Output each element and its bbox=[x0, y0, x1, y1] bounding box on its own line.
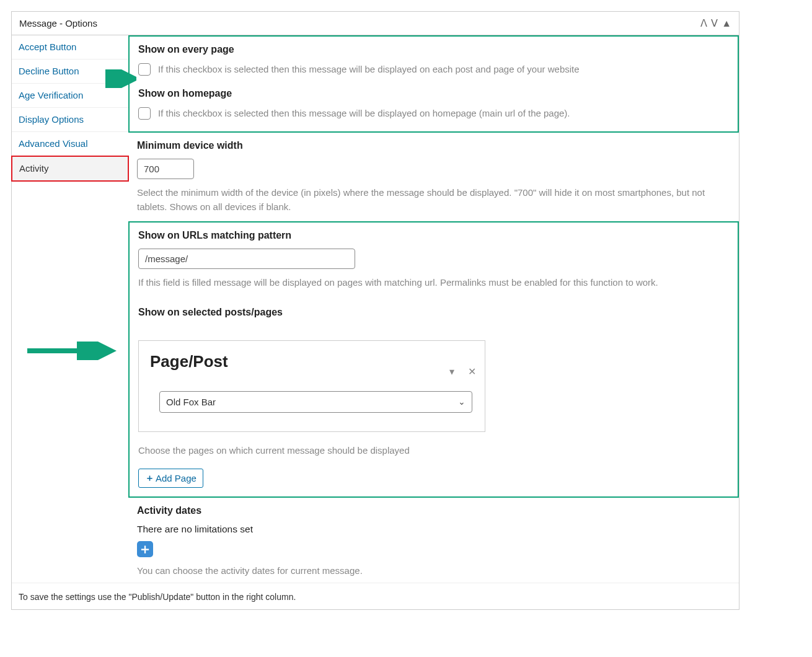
chevron-down-icon[interactable]: ᐯ bbox=[711, 17, 718, 29]
add-page-label: Add Page bbox=[156, 473, 196, 483]
every-page-help: If this checkbox is selected then this m… bbox=[158, 63, 580, 77]
options-panel: Message - Options ᐱ ᐯ ▲ Accept Button De… bbox=[11, 11, 739, 610]
chevron-up-icon[interactable]: ᐱ bbox=[700, 17, 707, 29]
section-heading-every-page: Show on every page bbox=[138, 44, 729, 55]
sidebar-item-decline-button[interactable]: Decline Button bbox=[12, 60, 128, 84]
every-page-row: If this checkbox is selected then this m… bbox=[138, 63, 729, 77]
content-area: Show on every page If this checkbox is s… bbox=[128, 35, 739, 583]
url-pattern-help: If this field is filled message will be … bbox=[138, 275, 715, 289]
homepage-checkbox[interactable] bbox=[138, 107, 151, 120]
add-page-button[interactable]: ＋ Add Page bbox=[138, 469, 203, 488]
activity-dates-help: You can choose the activity dates for cu… bbox=[137, 563, 713, 578]
activity-dates-block: Activity dates There are no limitations … bbox=[128, 498, 739, 583]
every-page-checkbox[interactable] bbox=[138, 63, 151, 76]
panel-title: Message - Options bbox=[19, 18, 97, 29]
panel-header-controls: ᐱ ᐯ ▲ bbox=[700, 17, 731, 29]
sidebar-item-advanced-visual[interactable]: Advanced Visual bbox=[12, 132, 128, 156]
min-width-block: Minimum device width Select the minimum … bbox=[128, 133, 739, 219]
chevron-down-icon: ⌄ bbox=[458, 397, 466, 407]
selected-pages-help: Choose the pages on which current messag… bbox=[138, 443, 715, 457]
section-heading-homepage: Show on homepage bbox=[138, 88, 729, 99]
homepage-row: If this checkbox is selected then this m… bbox=[138, 107, 729, 121]
homepage-help: If this checkbox is selected then this m… bbox=[158, 107, 570, 121]
page-post-select-wrap: Old Fox Bar ⌄ bbox=[150, 391, 474, 413]
activity-dates-status: There are no limitations set bbox=[137, 524, 730, 535]
section-heading-min-width: Minimum device width bbox=[137, 140, 730, 151]
sidebar-item-accept-button[interactable]: Accept Button bbox=[12, 35, 128, 60]
page-post-controls: ▾ ✕ bbox=[449, 366, 476, 377]
url-pattern-input[interactable] bbox=[138, 249, 355, 269]
sidebar: Accept Button Decline Button Age Verific… bbox=[12, 35, 128, 583]
show-options-highlight-box: Show on every page If this checkbox is s… bbox=[128, 35, 739, 133]
section-heading-selected-pages: Show on selected posts/pages bbox=[138, 307, 729, 318]
section-heading-activity-dates: Activity dates bbox=[137, 505, 730, 516]
section-heading-url-pattern: Show on URLs matching pattern bbox=[138, 230, 729, 241]
footer-note: To save the settings use the "Publish/Up… bbox=[12, 583, 739, 609]
plus-icon: ＋ bbox=[145, 472, 154, 484]
page-post-select[interactable]: Old Fox Bar ⌄ bbox=[159, 391, 472, 413]
page-post-select-value: Old Fox Bar bbox=[166, 397, 216, 407]
triangle-up-icon[interactable]: ▲ bbox=[722, 18, 731, 29]
url-pages-highlight-box: Show on URLs matching pattern If this fi… bbox=[128, 221, 739, 498]
add-activity-date-button[interactable]: ＋ bbox=[137, 541, 153, 557]
triangle-down-icon[interactable]: ▾ bbox=[449, 366, 454, 377]
page-post-card: Page/Post ▾ ✕ Old Fox Bar ⌄ bbox=[138, 340, 485, 432]
page-post-title: Page/Post bbox=[150, 352, 474, 371]
min-width-help: Select the minimum width of the device (… bbox=[137, 185, 713, 214]
min-width-input[interactable] bbox=[137, 159, 194, 179]
sidebar-item-activity[interactable]: Activity bbox=[11, 156, 129, 182]
panel-body: Accept Button Decline Button Age Verific… bbox=[12, 35, 739, 583]
sidebar-item-display-options[interactable]: Display Options bbox=[12, 108, 128, 132]
sidebar-item-age-verification[interactable]: Age Verification bbox=[12, 84, 128, 108]
panel-header: Message - Options ᐱ ᐯ ▲ bbox=[12, 12, 739, 35]
close-icon[interactable]: ✕ bbox=[468, 366, 476, 377]
